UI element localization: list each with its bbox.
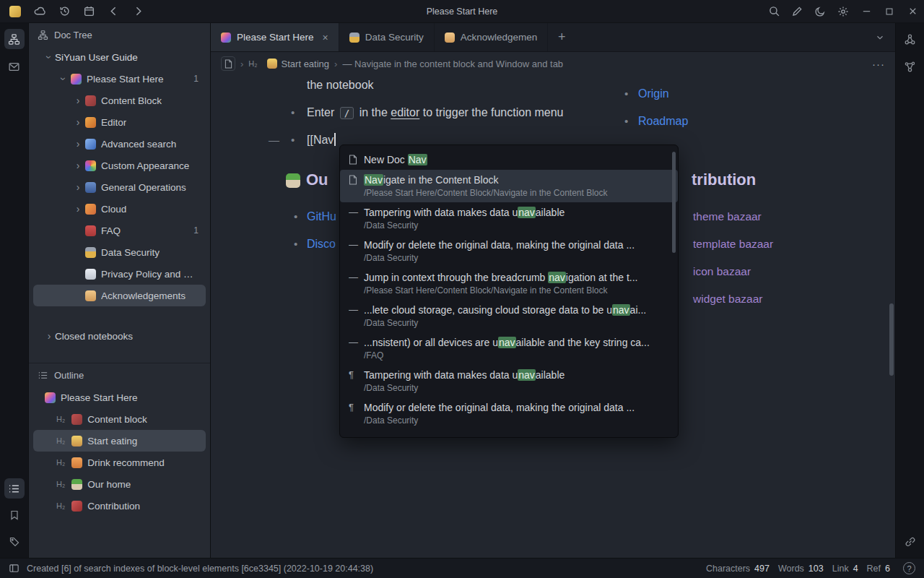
doc-tree-panel-header[interactable]: Doc Tree: [29, 23, 210, 46]
settings-icon[interactable]: [832, 0, 855, 23]
workspace-icon[interactable]: [9, 5, 22, 18]
popup-result[interactable]: — Modify or delete the original data, ma…: [340, 235, 678, 267]
dock-toggle-icon[interactable]: [9, 563, 19, 574]
app-window: Please Start Here: [0, 0, 924, 578]
list-item-text[interactable]: Enter / in the editor to trigger the fun…: [307, 104, 564, 122]
new-tab-button[interactable]: +: [548, 23, 575, 51]
text-run: Enter: [307, 106, 338, 118]
tab-data-security[interactable]: Data Security: [339, 23, 435, 51]
tab-close-icon[interactable]: ×: [323, 32, 328, 43]
outline-icon[interactable]: [4, 478, 25, 499]
heading-our-home[interactable]: Ou: [306, 169, 328, 191]
popup-scrollbar[interactable]: [672, 152, 676, 253]
popup-result[interactable]: — Tampering with data makes data unavail…: [340, 202, 678, 235]
doctree-item-faq[interactable]: › FAQ 1: [33, 220, 206, 241]
list-bullet-icon[interactable]: •: [291, 131, 295, 149]
chevron-down-icon[interactable]: ›: [58, 73, 69, 85]
chevron-right-icon[interactable]: ›: [43, 330, 55, 342]
breadcrumb-heading[interactable]: H₂ Start eating: [248, 59, 329, 69]
popup-result[interactable]: ¶ Modify or delete the original data, ma…: [340, 397, 678, 430]
chevron-right-icon[interactable]: ›: [72, 203, 84, 215]
chevron-right-icon[interactable]: ›: [72, 138, 84, 150]
back-icon[interactable]: [107, 5, 120, 18]
doctree-item-custom-appearance[interactable]: › Custom Appearance: [33, 155, 206, 176]
link-github[interactable]: GitHu: [307, 208, 336, 225]
cloud-icon[interactable]: [33, 5, 46, 18]
search-highlight: Nav: [364, 174, 383, 186]
chevron-down-icon[interactable]: ›: [43, 51, 55, 63]
block-gutter-icon[interactable]: —: [269, 131, 279, 149]
link-roadmap[interactable]: Roadmap: [638, 113, 688, 130]
outline-item-drink-recommend[interactable]: H₂ Drink recommend: [33, 452, 206, 473]
popup-result-new-doc[interactable]: New Doc Nav: [340, 150, 678, 170]
doctree-item-editor[interactable]: › Editor: [33, 111, 206, 133]
link-theme-bazaar[interactable]: theme bazaar: [693, 208, 762, 225]
tab-please-start-here[interactable]: Please Start Here ×: [211, 23, 339, 51]
minimize-icon[interactable]: [855, 0, 878, 23]
theme-icon[interactable]: [808, 0, 832, 23]
outline-item-contribution[interactable]: H₂ Contribution: [33, 495, 206, 517]
doc-tree-icon[interactable]: [4, 29, 25, 49]
tab-list-chevron-icon[interactable]: [865, 23, 895, 51]
list-bullet-icon[interactable]: •: [624, 85, 628, 103]
bookmark-icon[interactable]: [4, 505, 25, 525]
block-ref-link[interactable]: editor: [391, 106, 419, 118]
search-icon[interactable]: [762, 0, 785, 23]
tab-acknowledgements[interactable]: Acknowledgemen: [435, 23, 549, 51]
more-options-icon[interactable]: ···: [872, 58, 885, 70]
outline-item-content-block[interactable]: H₂ Content block: [33, 408, 206, 430]
text-run: in the: [356, 106, 391, 118]
global-graph-icon[interactable]: [900, 56, 920, 77]
link-widget-bazaar[interactable]: widget bazaar: [693, 290, 763, 308]
popup-result-navigate-content-block[interactable]: Navigate in the Content Block /Please St…: [340, 170, 678, 202]
popup-result[interactable]: — Jump in context through the breadcrumb…: [340, 267, 678, 300]
chevron-right-icon[interactable]: ›: [72, 160, 84, 171]
list-bullet-icon[interactable]: •: [291, 104, 295, 121]
outline-item-start-eating[interactable]: H₂ Start eating: [33, 430, 206, 452]
graph-icon[interactable]: [900, 29, 920, 49]
history-icon[interactable]: [58, 5, 71, 18]
backlink-icon[interactable]: [900, 532, 920, 552]
editor-scrollbar[interactable]: [889, 303, 894, 376]
doctree-item-data-security[interactable]: › Data Security: [33, 241, 206, 263]
doctree-item-cloud[interactable]: › Cloud: [33, 198, 206, 220]
heading-contribution[interactable]: tribution: [692, 169, 756, 191]
popup-result[interactable]: — ...nsistent) or all devices are unavai…: [340, 332, 678, 365]
notebook-row[interactable]: › SiYuan User Guide: [33, 46, 206, 68]
closed-notebooks-row[interactable]: › Closed notebooks: [33, 325, 206, 347]
outline-item-our-home[interactable]: H₂ Our home: [33, 473, 206, 495]
doc-icon[interactable]: [221, 56, 235, 71]
popup-result[interactable]: — ...lete cloud storage, causing cloud s…: [340, 300, 678, 332]
list-bullet-icon[interactable]: •: [294, 236, 297, 253]
popup-result[interactable]: ¶ Tampering with data makes data unavail…: [340, 365, 678, 397]
breadcrumb-block-label[interactable]: — Navigate in the content block and Wind…: [342, 59, 563, 69]
paragraph-fragment[interactable]: the notebook: [307, 77, 374, 94]
link-origin[interactable]: Origin: [638, 85, 669, 103]
doctree-item-advanced-search[interactable]: › Advanced search: [33, 133, 206, 155]
daily-note-icon[interactable]: [82, 5, 95, 18]
list-bullet-icon[interactable]: •: [624, 113, 628, 130]
chevron-right-icon[interactable]: ›: [72, 116, 84, 128]
outline-root[interactable]: Please Start Here: [33, 387, 206, 408]
link-template-bazaar[interactable]: template bazaar: [693, 236, 773, 253]
outline-panel-header[interactable]: Outline: [29, 363, 210, 387]
heading-level-tag: H₂: [56, 458, 65, 467]
doctree-item-acknowledgements[interactable]: › Acknowledgements: [33, 285, 206, 306]
help-icon[interactable]: ?: [903, 562, 915, 574]
link-icon-bazaar[interactable]: icon bazaar: [693, 263, 751, 280]
doctree-item-general-operations[interactable]: › General Operations: [33, 176, 206, 198]
doctree-item-please-start-here[interactable]: › Please Start Here 1: [33, 68, 206, 90]
forward-icon[interactable]: [131, 5, 144, 18]
typing-text[interactable]: [[Nav: [307, 131, 336, 149]
close-icon[interactable]: [901, 0, 924, 23]
maximize-icon[interactable]: [878, 0, 901, 23]
chevron-right-icon[interactable]: ›: [72, 95, 84, 106]
list-bullet-icon[interactable]: •: [294, 208, 297, 225]
doctree-item-content-block[interactable]: › Content Block: [33, 90, 206, 111]
link-discord[interactable]: Disco: [307, 236, 336, 253]
edit-icon[interactable]: [785, 0, 808, 23]
doctree-item-privacy-policy[interactable]: › Privacy Policy and Us...: [33, 263, 206, 285]
inbox-icon[interactable]: [4, 56, 25, 77]
chevron-right-icon[interactable]: ›: [72, 181, 84, 193]
tag-icon[interactable]: [4, 532, 25, 552]
